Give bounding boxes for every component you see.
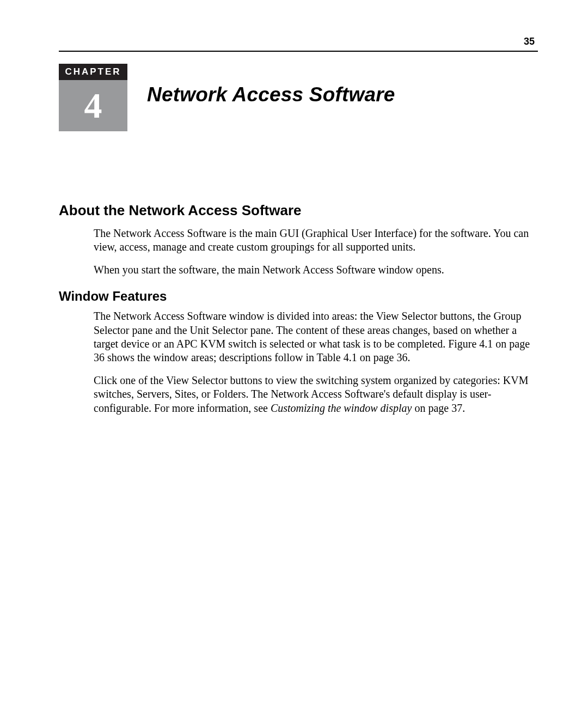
subsection-para-2: Click one of the View Selector buttons t… [94, 374, 536, 415]
section-heading: About the Network Access Software [59, 202, 538, 219]
chapter-label-box: CHAPTER 4 [59, 64, 127, 131]
subsection-para-1: The Network Access Software window is di… [94, 309, 536, 365]
section-para-2: When you start the software, the main Ne… [94, 263, 536, 277]
subsection-para-2-italic: Customizing the window display [271, 402, 412, 414]
subsection-heading: Window Features [59, 289, 538, 304]
chapter-block: CHAPTER 4 Network Access Software [59, 64, 538, 131]
section-para-1: The Network Access Software is the main … [94, 227, 536, 254]
chapter-number: 4 [84, 88, 102, 124]
top-rule [59, 51, 538, 52]
page-number: 35 [59, 36, 538, 47]
subsection-para-2-post: on page 37. [412, 402, 465, 414]
page-content: 35 CHAPTER 4 Network Access Software Abo… [59, 36, 538, 424]
chapter-number-box: 4 [59, 80, 127, 131]
chapter-tag: CHAPTER [59, 64, 127, 80]
chapter-title: Network Access Software [147, 83, 395, 106]
